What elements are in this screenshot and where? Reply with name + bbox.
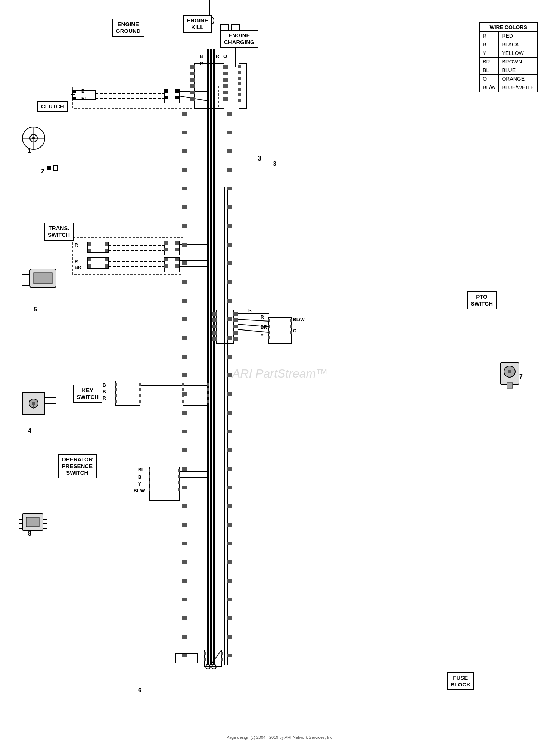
svg-text:R: R <box>103 396 106 401</box>
svg-rect-180 <box>227 504 232 508</box>
svg-rect-169 <box>227 299 232 303</box>
svg-rect-181 <box>227 523 232 527</box>
wiring-diagram-svg: B B R O B BL <box>0 0 560 747</box>
footer: Page design (c) 2004 - 2019 by ARI Netwo… <box>227 735 334 740</box>
svg-rect-200 <box>182 317 187 321</box>
svg-rect-54 <box>105 264 108 268</box>
comp-num-5: 5 <box>34 306 37 313</box>
svg-rect-127 <box>207 394 209 397</box>
svg-rect-26 <box>190 72 195 75</box>
wire-label-o1: O <box>223 53 227 59</box>
svg-rect-79 <box>212 325 217 328</box>
svg-rect-47 <box>88 249 91 252</box>
wire-label-b1: B <box>200 53 203 59</box>
svg-rect-202 <box>182 355 187 359</box>
svg-rect-43 <box>238 93 241 96</box>
svg-text:R: R <box>75 259 78 264</box>
svg-rect-18 <box>175 89 179 93</box>
svg-rect-129 <box>149 467 179 500</box>
svg-rect-64 <box>164 248 168 251</box>
svg-rect-105 <box>116 381 140 405</box>
svg-text:B: B <box>103 389 106 394</box>
svg-rect-66 <box>175 248 179 251</box>
wire-label-r1: R <box>216 53 220 59</box>
svg-rect-175 <box>227 411 232 415</box>
svg-rect-36 <box>223 97 228 101</box>
svg-rect-205 <box>182 411 187 415</box>
svg-rect-122 <box>182 388 184 391</box>
key-switch-icon <box>19 385 56 422</box>
svg-rect-166 <box>227 243 232 247</box>
svg-rect-178 <box>227 467 232 471</box>
svg-rect-225 <box>47 166 51 170</box>
svg-rect-184 <box>227 579 232 583</box>
svg-rect-32 <box>223 72 228 75</box>
svg-text:B: B <box>103 382 106 388</box>
svg-rect-152 <box>221 652 223 655</box>
svg-rect-71 <box>175 264 179 268</box>
svg-rect-48 <box>105 242 108 246</box>
svg-rect-33 <box>223 78 228 82</box>
svg-rect-113 <box>139 400 141 403</box>
svg-rect-207 <box>182 448 187 452</box>
svg-rect-132 <box>149 481 150 484</box>
svg-rect-133 <box>149 488 150 491</box>
svg-rect-65 <box>175 241 179 245</box>
svg-rect-124 <box>182 400 184 403</box>
svg-rect-167 <box>227 261 232 265</box>
svg-rect-146 <box>73 86 218 108</box>
svg-text:BL: BL <box>81 96 87 101</box>
svg-rect-163 <box>227 187 232 190</box>
harness-right-1 <box>224 187 225 665</box>
svg-rect-189 <box>182 112 187 116</box>
svg-rect-228 <box>34 273 52 284</box>
svg-text:BL: BL <box>138 467 144 472</box>
svg-rect-69 <box>164 264 168 268</box>
svg-rect-28 <box>190 84 195 88</box>
svg-rect-51 <box>88 258 91 261</box>
svg-rect-185 <box>227 598 232 601</box>
svg-rect-130 <box>149 469 150 472</box>
operator-presence-label: OPERATORPRESENCESWITCH <box>58 454 97 478</box>
svg-rect-106 <box>115 383 117 386</box>
svg-rect-209 <box>182 486 187 489</box>
svg-rect-161 <box>227 149 232 153</box>
svg-rect-165 <box>227 224 232 228</box>
clutch-icon <box>19 123 49 153</box>
pto-switch-icon <box>493 359 526 392</box>
trans-switch-icon <box>22 261 67 299</box>
svg-rect-196 <box>182 243 187 247</box>
svg-rect-149 <box>205 650 221 667</box>
svg-rect-136 <box>178 481 180 484</box>
svg-rect-218 <box>182 654 187 657</box>
svg-text:Y: Y <box>261 333 264 338</box>
svg-rect-16 <box>164 89 168 93</box>
svg-rect-159 <box>227 112 232 116</box>
svg-rect-77 <box>212 312 217 316</box>
svg-rect-40 <box>238 77 241 80</box>
engine-ground-label: ENGINEGROUND <box>112 19 144 37</box>
svg-rect-27 <box>190 78 195 82</box>
svg-rect-86 <box>233 337 238 341</box>
ops-icon <box>19 508 49 538</box>
svg-rect-212 <box>182 542 187 545</box>
svg-rect-87 <box>269 317 291 344</box>
svg-rect-81 <box>212 337 217 341</box>
clutch-label: CLUTCH <box>37 101 68 112</box>
svg-rect-190 <box>182 131 187 134</box>
svg-rect-195 <box>182 224 187 228</box>
svg-rect-213 <box>182 560 187 564</box>
harness-right-2 <box>227 187 228 665</box>
svg-rect-160 <box>227 131 232 134</box>
svg-rect-186 <box>227 616 232 620</box>
svg-rect-162 <box>227 168 232 172</box>
svg-rect-128 <box>207 400 209 403</box>
svg-rect-85 <box>233 331 238 335</box>
svg-rect-250 <box>507 383 513 388</box>
svg-rect-191 <box>182 149 187 153</box>
svg-rect-12 <box>73 97 76 100</box>
svg-rect-177 <box>227 448 232 452</box>
svg-rect-211 <box>182 523 187 527</box>
svg-rect-46 <box>88 242 91 246</box>
svg-rect-164 <box>227 205 232 209</box>
